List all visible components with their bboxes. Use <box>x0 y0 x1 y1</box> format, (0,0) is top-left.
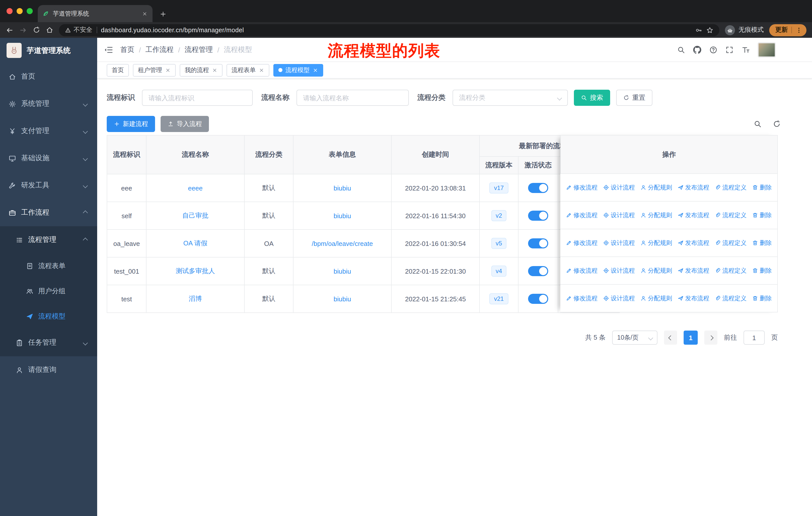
fullscreen-icon[interactable] <box>725 46 733 54</box>
font-size-icon[interactable] <box>742 46 750 54</box>
process-category-select[interactable]: 流程分类 <box>453 90 568 106</box>
user-avatar[interactable] <box>758 42 776 57</box>
delete-process-link[interactable]: 删除 <box>752 294 772 303</box>
design-process-link[interactable]: 设计流程 <box>603 211 635 219</box>
sidebar-item-process-management[interactable]: 流程管理 <box>0 226 97 253</box>
tag-process-form[interactable]: 流程表单 <box>227 64 269 76</box>
process-definition-link[interactable]: 流程定义 <box>715 294 747 303</box>
edit-process-link[interactable]: 修改流程 <box>566 239 598 247</box>
process-name-link[interactable]: 自己审批 <box>182 212 208 219</box>
edit-process-link[interactable]: 修改流程 <box>566 266 598 275</box>
tab-close-icon[interactable] <box>142 11 147 17</box>
breadcrumb-home[interactable]: 首页 <box>120 45 135 54</box>
help-icon[interactable] <box>709 46 717 54</box>
form-info-link[interactable]: biubiu <box>334 184 351 192</box>
assign-rule-link[interactable]: 分配规则 <box>640 239 672 247</box>
forward-button[interactable] <box>19 26 27 34</box>
close-icon[interactable] <box>212 67 218 73</box>
process-definition-link[interactable]: 流程定义 <box>715 183 747 192</box>
kebab-menu-icon[interactable] <box>795 26 803 33</box>
url-text[interactable]: dashboard.yudao.iocoder.cn/bpm/manager/m… <box>101 26 691 33</box>
sidebar-item-process-form[interactable]: 流程表单 <box>0 253 97 279</box>
sidebar-collapse-icon[interactable] <box>104 45 113 54</box>
form-info-link[interactable]: /bpm/oa/leave/create <box>312 240 373 247</box>
password-key-icon[interactable] <box>695 26 702 33</box>
tag-tenant-management[interactable]: 租户管理 <box>133 64 176 76</box>
delete-process-link[interactable]: 删除 <box>752 239 772 247</box>
assign-rule-link[interactable]: 分配规则 <box>640 266 672 275</box>
close-icon[interactable] <box>313 67 318 73</box>
publish-process-link[interactable]: 发布流程 <box>677 266 709 275</box>
tag-my-process[interactable]: 我的流程 <box>180 64 223 76</box>
close-icon[interactable] <box>165 67 171 73</box>
edit-process-link[interactable]: 修改流程 <box>566 183 598 192</box>
assign-rule-link[interactable]: 分配规则 <box>640 294 672 303</box>
form-info-link[interactable]: biubiu <box>334 295 351 303</box>
delete-process-link[interactable]: 删除 <box>752 266 772 275</box>
home-button[interactable] <box>46 26 53 34</box>
delete-process-link[interactable]: 删除 <box>752 183 772 192</box>
process-name-link[interactable]: 测试多审批人 <box>176 267 215 275</box>
process-name-link[interactable]: OA 请假 <box>183 239 207 247</box>
edit-process-link[interactable]: 修改流程 <box>566 211 598 219</box>
active-status-toggle[interactable] <box>528 238 548 248</box>
sidebar-item-system-management[interactable]: 系统管理 <box>0 90 97 117</box>
edit-process-link[interactable]: 修改流程 <box>566 294 598 303</box>
import-process-button[interactable]: 导入流程 <box>161 116 209 132</box>
window-zoom-button[interactable] <box>27 8 33 14</box>
process-name-link[interactable]: 滔博 <box>189 295 202 302</box>
window-close-button[interactable] <box>6 8 12 14</box>
browser-tab[interactable]: 芋道管理系统 <box>38 5 152 22</box>
next-page-button[interactable] <box>704 331 717 345</box>
design-process-link[interactable]: 设计流程 <box>603 294 635 303</box>
process-id-input[interactable] <box>142 90 253 106</box>
sidebar-item-home[interactable]: 首页 <box>0 63 97 90</box>
design-process-link[interactable]: 设计流程 <box>603 183 635 192</box>
new-tab-button[interactable] <box>160 10 167 18</box>
active-status-toggle[interactable] <box>528 183 548 193</box>
refresh-icon[interactable] <box>773 120 781 128</box>
search-icon[interactable] <box>677 46 685 54</box>
publish-process-link[interactable]: 发布流程 <box>677 211 709 219</box>
reload-button[interactable] <box>33 26 40 34</box>
tag-process-model[interactable]: 流程模型 <box>273 64 323 76</box>
publish-process-link[interactable]: 发布流程 <box>677 239 709 247</box>
app-logo[interactable]: 芋道管理系统 <box>0 38 97 63</box>
assign-rule-link[interactable]: 分配规则 <box>640 211 672 219</box>
process-name-link[interactable]: eeee <box>188 184 203 192</box>
active-status-toggle[interactable] <box>528 294 548 304</box>
active-status-toggle[interactable] <box>528 266 548 276</box>
delete-process-link[interactable]: 删除 <box>752 211 772 219</box>
tag-home[interactable]: 首页 <box>107 64 129 76</box>
form-info-link[interactable]: biubiu <box>334 267 351 275</box>
bookmark-star-icon[interactable] <box>706 26 713 33</box>
design-process-link[interactable]: 设计流程 <box>603 266 635 275</box>
process-name-input[interactable] <box>296 90 409 106</box>
security-indicator[interactable]: 不安全 <box>65 26 92 34</box>
address-bar[interactable]: 不安全 dashboard.yudao.iocoder.cn/bpm/manag… <box>59 24 719 36</box>
sidebar-item-infrastructure[interactable]: 基础设施 <box>0 145 97 172</box>
breadcrumb-workflow[interactable]: 工作流程 <box>145 45 174 54</box>
process-definition-link[interactable]: 流程定义 <box>715 239 747 247</box>
close-icon[interactable] <box>259 67 264 73</box>
breadcrumb-process-management[interactable]: 流程管理 <box>185 45 213 54</box>
sidebar-item-dev-tools[interactable]: 研发工具 <box>0 172 97 199</box>
page-size-select[interactable]: 10条/页 <box>612 331 658 345</box>
sidebar-item-payment-management[interactable]: 支付管理 <box>0 117 97 145</box>
publish-process-link[interactable]: 发布流程 <box>677 294 709 303</box>
sidebar-item-process-model[interactable]: 流程模型 <box>0 304 97 329</box>
prev-page-button[interactable] <box>664 331 677 345</box>
browser-update-button[interactable]: 更新 <box>769 24 807 36</box>
design-process-link[interactable]: 设计流程 <box>603 239 635 247</box>
window-minimize-button[interactable] <box>17 8 23 14</box>
process-definition-link[interactable]: 流程定义 <box>715 266 747 275</box>
search-button[interactable]: 搜索 <box>574 90 610 106</box>
current-page-button[interactable]: 1 <box>684 331 698 345</box>
sidebar-item-task-management[interactable]: 任务管理 <box>0 329 97 356</box>
sidebar-item-leave-query[interactable]: 请假查询 <box>0 356 97 383</box>
form-info-link[interactable]: biubiu <box>334 212 351 219</box>
create-process-button[interactable]: 新建流程 <box>107 116 155 132</box>
assign-rule-link[interactable]: 分配规则 <box>640 183 672 192</box>
process-definition-link[interactable]: 流程定义 <box>715 211 747 219</box>
reset-button[interactable]: 重置 <box>616 90 652 106</box>
